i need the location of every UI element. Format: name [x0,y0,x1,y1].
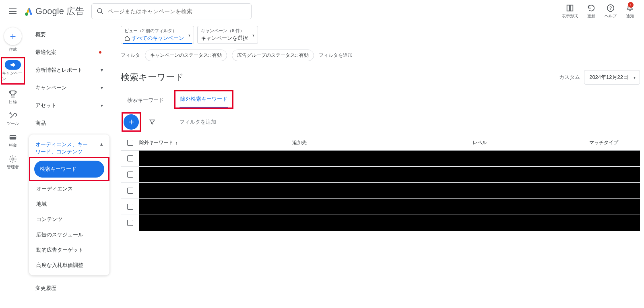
svg-line-2 [101,12,103,14]
notification-badge: ! [628,2,634,8]
svg-point-1 [97,8,102,13]
refresh-button[interactable]: 更新 [587,4,596,19]
search-input[interactable] [108,8,246,14]
svg-rect-3 [567,5,570,11]
help-icon: ? [606,4,615,12]
header: Google 広告 表示形式 更新 ? ヘルプ ! 通知 [0,0,644,23]
search-box[interactable] [91,3,252,19]
svg-text:?: ? [609,6,612,10]
logo-text: Google 広告 [35,5,84,17]
svg-point-0 [25,12,28,16]
hamburger-menu[interactable] [5,3,21,19]
refresh-icon [587,4,596,12]
notifications-button[interactable]: ! 通知 [625,4,634,19]
svg-rect-4 [570,5,573,11]
help-button[interactable]: ? ヘルプ [605,4,617,19]
search-icon [97,8,104,15]
layout-icon [566,4,574,12]
appearance-button[interactable]: 表示形式 [562,4,578,19]
header-actions: 表示形式 更新 ? ヘルプ ! 通知 [562,4,639,19]
logo[interactable]: Google 広告 [24,5,84,17]
google-ads-logo-icon [24,6,34,16]
